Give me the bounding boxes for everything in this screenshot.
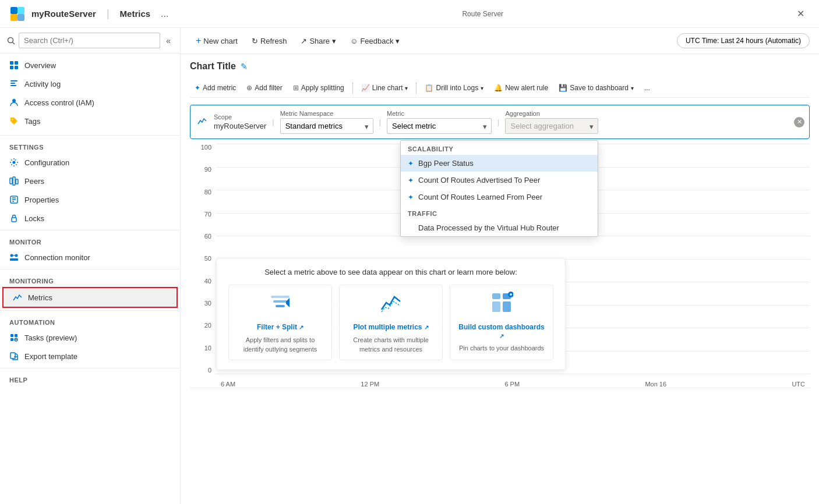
y-label: 70 — [204, 211, 211, 218]
dashboards-link[interactable]: Build custom dashboards ↗ — [456, 323, 547, 339]
dropdown-item-routes-learned[interactable]: ✦ Count Of Routes Learned From Peer — [401, 189, 598, 205]
add-metric-icon: ✦ — [195, 84, 200, 92]
metric-label: Metric — [387, 110, 492, 117]
svg-rect-8 — [10, 66, 13, 69]
svg-rect-16 — [10, 178, 12, 184]
svg-rect-10 — [10, 80, 17, 81]
filter-split-link[interactable]: Filter + Split ↗ — [257, 323, 303, 331]
line-chart-button[interactable]: 📈 Line chart ▾ — [356, 81, 413, 95]
monitor-section-header: Monitor — [0, 233, 180, 248]
time-selector-button[interactable]: UTC Time: Last 24 hours (Automatic) — [677, 33, 810, 48]
helper-cards: Filter + Split ↗ Apply filters and split… — [228, 285, 553, 360]
sidebar-item-tasks[interactable]: Tasks (preview) — [0, 328, 180, 347]
namespace-dropdown[interactable]: Standard metrics — [280, 118, 373, 134]
toolbar-separator — [352, 82, 353, 94]
sidebar-item-metrics[interactable]: Metrics — [2, 287, 178, 308]
remove-metric-button[interactable]: ✕ — [794, 117, 804, 127]
dropdown-item-routes-advertised[interactable]: ✦ Count Of Routes Advertised To Peer — [401, 172, 598, 189]
sidebar-item-connection-monitor[interactable]: Connection monitor — [0, 248, 180, 267]
metric-dropdown-panel: SCALABILITY ✦ Bgp Peer Status ✦ Count Of… — [400, 140, 598, 237]
y-label: 90 — [204, 166, 211, 173]
dashboards-icon — [490, 291, 513, 318]
svg-rect-17 — [13, 177, 15, 185]
svg-rect-30 — [10, 338, 13, 341]
feedback-button[interactable]: ☺ Feedback ▾ — [344, 34, 405, 48]
alert-icon: 🔔 — [494, 84, 503, 92]
dropdown-item-label: Data Processed by the Virtual Hub Router — [418, 223, 559, 232]
new-alert-rule-button[interactable]: 🔔 New alert rule — [489, 81, 553, 95]
helper-title: Select a metric above to see data appear… — [228, 268, 553, 276]
helper-panel: Select a metric above to see data appear… — [216, 258, 566, 370]
save-icon: 💾 — [559, 84, 567, 92]
add-filter-button[interactable]: ⊕ Add filter — [242, 81, 287, 95]
close-button[interactable]: ✕ — [791, 5, 810, 23]
svg-rect-39 — [492, 293, 500, 299]
svg-rect-7 — [15, 61, 18, 65]
sidebar-item-label: Access control (IAM) — [24, 98, 94, 107]
sidebar-item-locks[interactable]: Locks — [0, 209, 180, 228]
sidebar-item-export-template[interactable]: Export template — [0, 347, 180, 365]
svg-rect-12 — [10, 85, 16, 86]
config-icon — [9, 158, 19, 167]
collapse-sidebar-button[interactable]: « — [164, 34, 173, 48]
svg-point-14 — [12, 119, 13, 120]
sidebar-item-properties[interactable]: Properties — [0, 190, 180, 209]
refresh-button[interactable]: ↻ Refresh — [246, 34, 293, 48]
namespace-label: Metric Namespace — [280, 110, 373, 117]
x-label: 6 PM — [504, 381, 520, 388]
edit-chart-title-icon[interactable]: ✎ — [241, 62, 248, 71]
svg-rect-2 — [10, 14, 17, 21]
svg-line-5 — [13, 42, 15, 44]
aggregation-dropdown[interactable]: Select aggregation — [505, 118, 598, 134]
sidebar-item-overview[interactable]: Overview — [0, 56, 180, 74]
sidebar-item-activity-log[interactable]: Activity log — [0, 74, 180, 93]
svg-point-25 — [10, 254, 13, 257]
search-icon — [7, 37, 15, 45]
metric-selector-row: Scope myRouteServer | Metric Namespace S… — [190, 105, 810, 139]
svg-point-15 — [13, 161, 16, 164]
share-button[interactable]: ↗ Share ▾ — [295, 34, 342, 48]
dropdown-item-data-processed[interactable]: ✦ Data Processed by the Virtual Hub Rout… — [401, 219, 598, 236]
apply-splitting-button[interactable]: ⊞ Apply splitting — [288, 81, 349, 95]
toolbar-separator-2 — [416, 82, 416, 94]
share-icon: ↗ — [301, 37, 307, 45]
namespace-dropdown-wrapper: Standard metrics — [280, 118, 373, 134]
sidebar-item-iam[interactable]: Access control (IAM) — [0, 93, 180, 112]
properties-icon — [9, 195, 19, 204]
selector-divider-3: | — [497, 118, 499, 126]
y-label: 100 — [201, 144, 211, 151]
scalability-header: SCALABILITY — [401, 141, 598, 155]
svg-rect-18 — [16, 179, 18, 184]
aggregation-dropdown-wrapper: Select aggregation — [505, 118, 598, 134]
svg-rect-1 — [17, 7, 24, 14]
metric-dropdown[interactable]: Select metric — [387, 118, 492, 134]
x-label: UTC — [792, 381, 805, 388]
add-metric-button[interactable]: ✦ Add metric — [190, 81, 241, 95]
filter-split-desc: Apply filters and splits to identify out… — [235, 336, 326, 354]
plot-multiple-link[interactable]: Plot multiple metrics ↗ — [353, 323, 428, 331]
sidebar-item-peers[interactable]: Peers — [0, 172, 180, 190]
dashboards-ext-icon: ↗ — [499, 333, 504, 339]
svg-rect-41 — [492, 301, 500, 312]
svg-point-4 — [8, 37, 13, 42]
search-input[interactable] — [19, 33, 160, 48]
svg-rect-37 — [273, 300, 287, 303]
svg-rect-29 — [15, 334, 17, 337]
filter-split-icon — [269, 291, 292, 318]
sidebar-item-configuration[interactable]: Configuration — [0, 153, 180, 172]
save-to-dashboard-button[interactable]: 💾 Save to dashboard ▾ — [554, 81, 638, 95]
scope-label: Scope — [214, 113, 266, 120]
dropdown-item-bgp-peer-status[interactable]: ✦ Bgp Peer Status — [401, 155, 598, 172]
ellipsis-button[interactable]: ... — [156, 6, 173, 22]
drill-into-logs-button[interactable]: 📋 Drill into Logs ▾ — [420, 81, 488, 95]
dropdown-item-label: Count Of Routes Advertised To Peer — [418, 176, 540, 184]
y-label: 80 — [204, 189, 211, 196]
more-options-button[interactable]: ... — [640, 81, 655, 95]
new-chart-button[interactable]: + New chart — [190, 33, 243, 49]
app-icon — [9, 6, 26, 22]
metric-row-icon — [197, 116, 207, 127]
main-toolbar: + New chart ↻ Refresh ↗ Share ▾ ☺ Feedba… — [181, 28, 819, 54]
svg-rect-9 — [15, 66, 18, 69]
sidebar-item-tags[interactable]: Tags — [0, 112, 180, 130]
page-title: Metrics — [120, 9, 151, 19]
